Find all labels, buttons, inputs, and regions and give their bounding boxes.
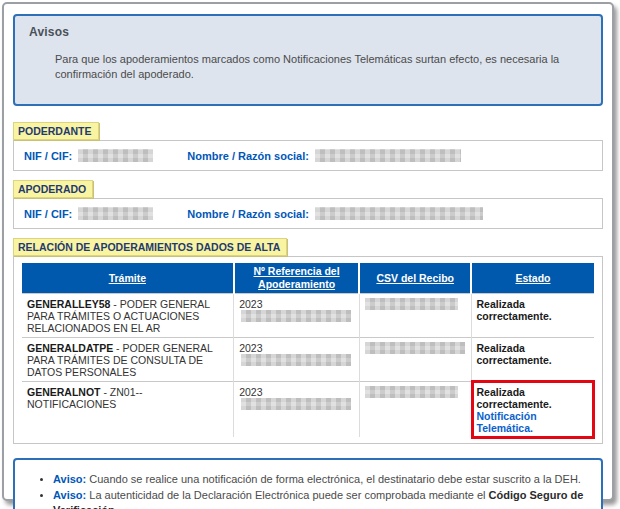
referencia-cell: 2023 [234,294,360,338]
poderdante-row: NIF / CIF: Nombre / Razón social: [24,149,592,162]
referencia-cell: 2023 [234,382,360,438]
aviso-item-csv: Aviso: La autenticidad de la Declaración… [53,488,587,509]
column-header-referencia: Nº Referencia del Apoderamiento [234,263,360,294]
tramite-cell: GENERALLEY58 - PODER GENERAL PARA TRÁMIT… [22,294,234,338]
referencia-prefix: 2023 [239,298,262,310]
poderdante-box: NIF / CIF: Nombre / Razón social: [13,140,603,171]
table-row-generalnot: GENERALNOT - ZN01--NOTIFICACIONES 2023 R… [22,382,594,438]
avisos-footer-panel: Aviso: Cuando se realice una notificació… [13,458,603,509]
redacted-nombre-value [315,149,461,162]
notificacion-telematica-link[interactable]: Notificación Telemática. [477,410,537,434]
table-row-generalley58: GENERALLEY58 - PODER GENERAL PARA TRÁMIT… [22,294,594,338]
avisos-message: Para que los apoderamientos marcados com… [55,52,561,82]
avisos-title: Avisos [29,25,587,39]
csv-cell [359,294,471,338]
avisos-panel: Avisos Para que los apoderamientos marca… [13,14,603,106]
poderdante-section: PODERDANTE NIF / CIF: Nombre / Razón soc… [13,121,603,171]
tramite-cell: GENERALDATPE - PODER GENERAL PARA TRÁMIT… [22,338,234,382]
estado-cell: Realizada correctamente. [471,294,594,338]
column-link-tramite[interactable]: Trámite [109,272,146,284]
redacted-nif-value [78,207,153,220]
column-header-csv: CSV del Recibo [359,263,471,294]
aviso-label: Aviso: [53,489,86,501]
table-header-row: Trámite Nº Referencia del Apoderamiento … [22,263,594,294]
redacted-csv [365,298,458,310]
estado-text: Realizada correctamente. [477,386,552,410]
apoderado-section: APODERADO NIF / CIF: Nombre / Razón soci… [13,179,603,229]
avisos-list: Aviso: Cuando se realice una notificació… [53,472,587,509]
nif-label: NIF / CIF: [24,208,72,220]
aviso-text: La autenticidad de la Declaración Electr… [89,489,485,501]
aviso-item-deh: Aviso: Cuando se realice una notificació… [53,472,587,488]
aviso-text: Cuando se realice una notificación de fo… [89,473,581,485]
column-link-csv[interactable]: CSV del Recibo [376,272,454,284]
tramite-code: GENERALNOT [27,386,101,398]
poderdante-label: PODERDANTE [13,122,99,140]
apoderamientos-section: RELACIÓN DE APODERAMIENTOS DADOS DE ALTA… [13,237,603,444]
column-link-referencia[interactable]: Nº Referencia del Apoderamiento [253,265,339,290]
tramite-code: GENERALLEY58 [27,298,110,310]
apoderado-row: NIF / CIF: Nombre / Razón social: [24,207,592,220]
screenshot-frame: Avisos Para que los apoderamientos marca… [2,2,614,501]
apoderamientos-table-box: Trámite Nº Referencia del Apoderamiento … [13,256,603,444]
apoderado-box: NIF / CIF: Nombre / Razón social: [13,198,603,229]
redacted-nif-value [78,149,153,162]
redacted-csv [365,386,458,398]
referencia-prefix: 2023 [239,342,262,354]
nombre-label: Nombre / Razón social: [187,150,309,162]
csv-cell [359,338,471,382]
apoderado-label: APODERADO [13,180,93,198]
nif-label: NIF / CIF: [24,150,72,162]
estado-cell: Realizada correctamente. [471,338,594,382]
column-header-estado: Estado [471,263,594,294]
column-header-tramite: Trámite [22,263,234,294]
redacted-csv [365,342,465,354]
csv-cell [359,382,471,438]
referencia-prefix: 2023 [239,386,262,398]
redacted-nombre-value [315,207,483,220]
column-link-estado[interactable]: Estado [515,272,550,284]
redacted-referencia [241,354,351,366]
nombre-label: Nombre / Razón social: [187,208,309,220]
estado-cell-highlighted: Realizada correctamente. Notificación Te… [471,382,594,438]
table-row-generaldatpe: GENERALDATPE - PODER GENERAL PARA TRÁMIT… [22,338,594,382]
aviso-label: Aviso: [53,473,86,485]
tramite-code: GENERALDATPE [27,342,113,354]
apoderamientos-table: Trámite Nº Referencia del Apoderamiento … [22,263,594,437]
apoderamientos-label: RELACIÓN DE APODERAMIENTOS DADOS DE ALTA [13,238,287,256]
redacted-referencia [241,310,351,322]
redacted-referencia [241,398,351,410]
tramite-cell: GENERALNOT - ZN01--NOTIFICACIONES [22,382,234,438]
referencia-cell: 2023 [234,338,360,382]
